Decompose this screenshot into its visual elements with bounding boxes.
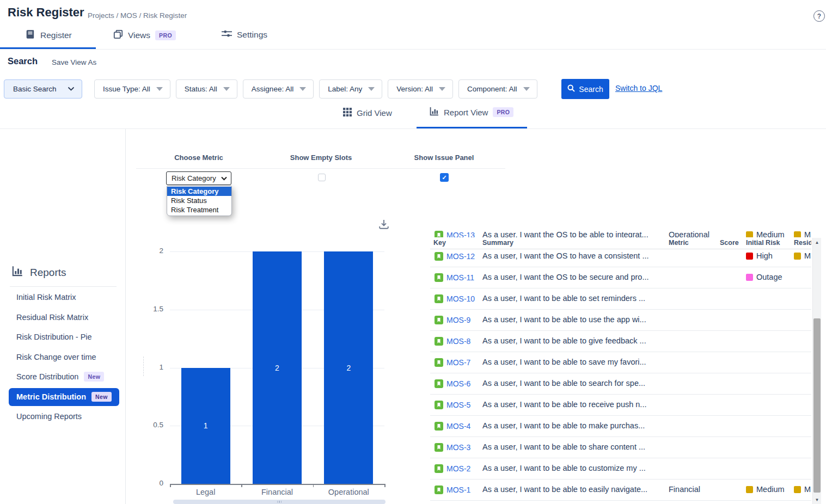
- caret-down-icon: [156, 87, 163, 91]
- table-row[interactable]: MOS-7 As a user, I want to be able to sa…: [430, 352, 811, 373]
- reports-list: Initial Risk Matrix Residual Risk Matrix…: [0, 287, 126, 427]
- bar-value-label: 1: [181, 421, 230, 430]
- filter-dropdown[interactable]: Component: All: [458, 79, 537, 99]
- issue-summary: As a user, I want to be able to customiz…: [482, 464, 646, 472]
- tab-report-view[interactable]: Report View PRO: [430, 107, 513, 118]
- filter-dropdown[interactable]: Assignee: All: [243, 79, 314, 99]
- table-row[interactable]: MOS-2 As a user, I want to be able to cu…: [430, 458, 811, 480]
- show-empty-slots-checkbox[interactable]: [318, 174, 326, 181]
- tab-grid-view[interactable]: Grid View: [343, 108, 392, 118]
- divider: [10, 286, 117, 287]
- table-row[interactable]: MOS-4 As a user, I want to be able to ma…: [430, 416, 811, 437]
- switch-to-jql-link[interactable]: Switch to JQL: [615, 84, 662, 93]
- reports-chart-icon: [12, 266, 23, 279]
- issue-summary: As a user, I want to be able to search f…: [482, 379, 645, 388]
- filter-dropdown[interactable]: Issue Type: All: [94, 79, 170, 99]
- filter-dropdown[interactable]: Status: All: [176, 79, 237, 99]
- help-icon[interactable]: ?: [813, 10, 825, 22]
- metric-option[interactable]: Risk Category: [167, 187, 231, 196]
- risk-color-swatch: [794, 253, 801, 260]
- new-badge: New: [84, 372, 104, 382]
- risk-color-swatch: [746, 486, 753, 493]
- show-empty-slots-header: Show Empty Slots: [282, 153, 360, 162]
- issue-summary: As a user, I want the OS to be secure an…: [482, 273, 648, 281]
- table-row[interactable]: MOS-6 As a user, I want to be able to se…: [430, 373, 811, 395]
- issue-summary: As a user, I want to be able to save my …: [482, 358, 646, 366]
- breadcrumb: Projects / MOS / Risk Register: [88, 11, 187, 20]
- sidebar-report-item[interactable]: Risk Distribution - Pie: [9, 327, 119, 347]
- sidebar-report-item[interactable]: Metric Distribution New: [9, 388, 119, 406]
- metric-select[interactable]: Risk Category: [166, 171, 231, 185]
- search-icon: [567, 84, 575, 94]
- issue-key-link[interactable]: MOS-9: [446, 316, 470, 324]
- table-row[interactable]: MOS-10 As a user, I want to be able to s…: [430, 288, 811, 310]
- table-row[interactable]: MOS-11 As a user, I want the OS to be se…: [430, 267, 811, 288]
- sidebar-report-item[interactable]: Residual Risk Matrix: [9, 308, 119, 328]
- metric-option[interactable]: Risk Status: [167, 196, 231, 205]
- scrollbar-thumb[interactable]: [813, 318, 821, 493]
- basic-search-dropdown[interactable]: Basic Search: [4, 79, 82, 99]
- table-row[interactable]: MOS-3 As a user, I want to be able to sh…: [430, 437, 811, 458]
- issue-key-link[interactable]: MOS-2: [446, 464, 470, 473]
- story-type-icon: [435, 273, 443, 282]
- table-scrollbar[interactable]: ▲ ▼: [812, 238, 821, 504]
- search-button[interactable]: Search: [561, 79, 609, 99]
- save-view-as-link[interactable]: Save View As: [52, 58, 96, 66]
- filter-dropdown[interactable]: Version: All: [388, 79, 453, 99]
- scroll-up-arrow-icon[interactable]: ▲: [813, 238, 821, 247]
- bar-value-label: 2: [324, 364, 373, 372]
- sidebar-report-item[interactable]: Upcoming Reports: [9, 407, 119, 427]
- sidebar-report-item[interactable]: Risk Change over time: [9, 347, 119, 367]
- table-row[interactable]: MOS-8 As a user, I want to be able to gi…: [430, 331, 811, 352]
- filter-dropdown[interactable]: Label: Any: [319, 79, 382, 99]
- download-chart-icon[interactable]: [378, 219, 389, 232]
- x-axis-tick: [170, 484, 171, 487]
- metric-select-value: Risk Category: [172, 174, 216, 182]
- story-type-icon: [435, 401, 443, 409]
- issue-key-link[interactable]: MOS-5: [446, 401, 470, 409]
- filter-bar: Issue Type: All Status: All Assignee: Al…: [94, 79, 537, 99]
- views-copy-icon: [113, 29, 123, 41]
- issue-key-link[interactable]: MOS-12: [446, 252, 475, 261]
- issue-key-link[interactable]: MOS-8: [446, 337, 470, 346]
- chevron-down-icon: [221, 174, 227, 182]
- issue-key-link[interactable]: MOS-7: [446, 358, 470, 367]
- issue-key-link[interactable]: MOS-10: [446, 294, 475, 303]
- story-type-icon: [435, 379, 443, 388]
- reports-sidebar: Reports Initial Risk Matrix Residual Ris…: [0, 129, 126, 504]
- table-row[interactable]: MOS-9 As a user, I want to be able to us…: [430, 310, 811, 331]
- show-issue-panel-checkbox[interactable]: ✓: [440, 173, 449, 182]
- x-axis-tick: [241, 484, 242, 487]
- x-axis-tick: [313, 484, 314, 487]
- chart-horizontal-scrollbar[interactable]: [173, 500, 386, 504]
- metric-option[interactable]: Risk Treatment: [167, 205, 231, 214]
- initial-risk-label: Outage: [756, 273, 782, 281]
- issue-summary: As a user, I want to be able to use the …: [482, 315, 646, 324]
- caret-down-icon: [523, 87, 530, 91]
- story-type-icon: [435, 337, 443, 346]
- tab-views[interactable]: Views PRO: [113, 29, 176, 41]
- issue-summary: As a user, I want the OS to have a consi…: [482, 251, 648, 260]
- issue-key-link[interactable]: MOS-6: [446, 379, 470, 388]
- issue-key-link[interactable]: MOS-1: [446, 485, 470, 494]
- y-axis-tick-label: 1.5: [136, 305, 163, 313]
- sidebar-report-item[interactable]: Score Distribution New: [9, 367, 119, 387]
- issue-key-link[interactable]: MOS-11: [446, 273, 474, 282]
- new-badge: New: [91, 392, 112, 402]
- story-type-icon: [435, 316, 443, 324]
- table-row[interactable]: MOS-5 As a user, I want to be able to re…: [430, 395, 811, 416]
- risk-color-swatch: [794, 486, 801, 493]
- tab-views-label: Views: [128, 30, 150, 40]
- issue-key-link[interactable]: MOS-3: [446, 443, 470, 452]
- tab-register[interactable]: Register: [26, 29, 72, 41]
- table-row[interactable]: MOS-1 As a user, I want to be able to ea…: [430, 480, 811, 501]
- sidebar-report-item[interactable]: Initial Risk Matrix: [9, 287, 119, 308]
- divider: [0, 49, 826, 50]
- y-axis-tick-label: 1: [136, 363, 163, 371]
- issue-key-link[interactable]: MOS-4: [446, 422, 470, 431]
- initial-risk-cell: High: [746, 251, 773, 260]
- story-type-icon: [435, 422, 443, 431]
- issue-summary: As a user, I want to be able to make pur…: [482, 421, 645, 430]
- tab-settings[interactable]: Settings: [222, 29, 267, 40]
- scroll-down-arrow-icon[interactable]: ▼: [813, 496, 821, 504]
